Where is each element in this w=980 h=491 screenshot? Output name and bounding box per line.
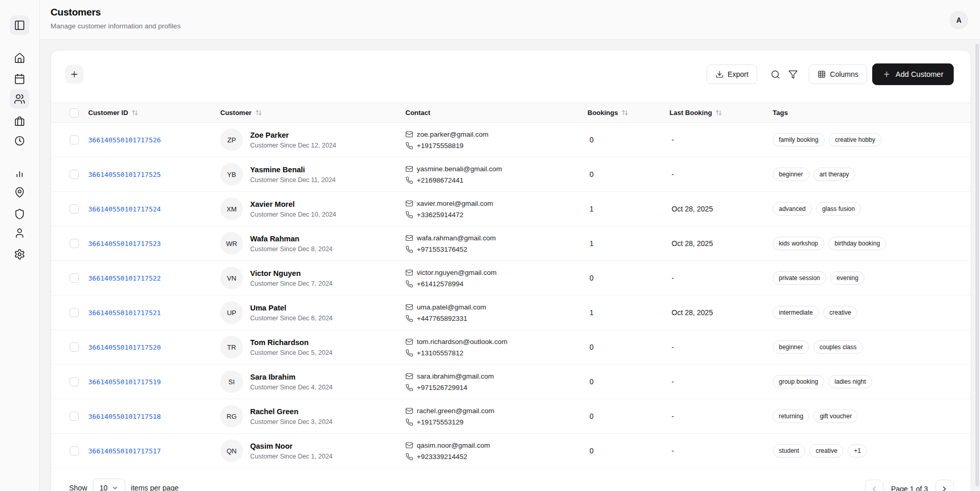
last-booking-date: - bbox=[669, 170, 674, 178]
customer-id-link[interactable]: 366140550101717520 bbox=[88, 343, 161, 351]
customer-avatar: VN bbox=[220, 267, 243, 289]
row-checkbox[interactable] bbox=[70, 412, 79, 421]
customer-phone: +33625914472 bbox=[417, 211, 463, 219]
sidebar-item-history[interactable] bbox=[10, 131, 29, 151]
row-checkbox[interactable] bbox=[70, 204, 79, 214]
customer-id-link[interactable]: 366140550101717522 bbox=[88, 274, 161, 282]
tags-cell: family bookingcreative hobby bbox=[773, 133, 971, 146]
last-booking-date: - bbox=[669, 378, 674, 386]
column-header-bookings[interactable]: Bookings bbox=[587, 109, 669, 117]
tag-pill: returning bbox=[773, 410, 809, 423]
customer-id-link[interactable]: 366140550101717517 bbox=[88, 447, 161, 455]
table-row[interactable]: 366140550101717526 ZP Zoe Parker Custome… bbox=[51, 123, 971, 157]
table-row[interactable]: 366140550101717518 RG Rachel Green Custo… bbox=[51, 399, 971, 434]
sidebar-item-locations[interactable] bbox=[10, 183, 29, 202]
customer-id-link[interactable]: 366140550101717523 bbox=[88, 240, 161, 248]
tag-pill: group booking bbox=[773, 375, 824, 388]
table-body: 366140550101717526 ZP Zoe Parker Custome… bbox=[51, 123, 971, 468]
row-checkbox[interactable] bbox=[70, 170, 79, 179]
sort-icon bbox=[715, 109, 722, 116]
tag-pill: kids workshop bbox=[773, 237, 824, 250]
chevron-left-icon bbox=[870, 485, 878, 491]
row-checkbox[interactable] bbox=[70, 239, 79, 248]
tags-cell: advancedglass fusion bbox=[773, 202, 971, 216]
columns-label: Columns bbox=[830, 70, 858, 78]
bookings-count: 1 bbox=[587, 205, 594, 213]
customer-phone: +61412578994 bbox=[417, 280, 463, 288]
column-header-customer-id[interactable]: Customer ID bbox=[88, 109, 220, 117]
sidebar-item-settings[interactable] bbox=[10, 244, 29, 264]
row-checkbox[interactable] bbox=[70, 273, 79, 283]
search-button[interactable] bbox=[767, 67, 783, 82]
select-all-checkbox[interactable] bbox=[70, 108, 79, 118]
customer-id-link[interactable]: 366140550101717526 bbox=[88, 136, 161, 144]
table-row[interactable]: 366140550101717524 XM Xavier Morel Custo… bbox=[51, 192, 971, 226]
sidebar-item-services[interactable] bbox=[10, 111, 29, 131]
customer-email: wafa.rahman@gmail.com bbox=[417, 234, 496, 242]
customer-id-link[interactable]: 366140550101717521 bbox=[88, 309, 161, 317]
sort-icon bbox=[622, 109, 628, 116]
customer-name: Victor Nguyen bbox=[250, 269, 333, 277]
page-size-value: 10 bbox=[100, 484, 108, 491]
page-size-select[interactable]: 10 bbox=[93, 479, 125, 491]
table-row[interactable]: 366140550101717520 TR Tom Richardson Cus… bbox=[51, 330, 971, 365]
tags-cell: beginnerart therapy bbox=[773, 168, 971, 181]
previous-page-button[interactable] bbox=[865, 480, 884, 491]
table-row[interactable]: 366140550101717523 WR Wafa Rahman Custom… bbox=[51, 226, 971, 261]
customer-id-link[interactable]: 366140550101717519 bbox=[88, 378, 161, 386]
customer-phone: +13105557812 bbox=[417, 349, 463, 357]
customer-avatar: RG bbox=[220, 405, 243, 428]
tag-pill: gift voucher bbox=[813, 410, 858, 423]
table-toolbar: Export Columns Add Customer bbox=[707, 63, 954, 86]
mail-icon bbox=[405, 407, 413, 415]
clock-icon bbox=[14, 135, 25, 146]
sidebar-item-calendar[interactable] bbox=[10, 69, 29, 89]
tag-pill: beginner bbox=[773, 168, 809, 181]
phone-icon bbox=[405, 418, 413, 426]
tag-pill: family booking bbox=[773, 133, 825, 146]
table-row[interactable]: 366140550101717517 QN Qasim Noor Custome… bbox=[51, 434, 971, 468]
row-checkbox[interactable] bbox=[70, 342, 79, 352]
add-customer-button[interactable]: Add Customer bbox=[872, 63, 954, 85]
customer-phone: +21698672441 bbox=[417, 176, 463, 184]
row-checkbox[interactable] bbox=[70, 446, 79, 455]
table-row[interactable]: 366140550101717525 YB Yasmine Benali Cus… bbox=[51, 157, 971, 192]
sidebar bbox=[0, 0, 40, 491]
column-header-last-booking[interactable]: Last Booking bbox=[669, 109, 773, 117]
row-checkbox[interactable] bbox=[70, 135, 79, 144]
table-row[interactable]: 366140550101717522 VN Victor Nguyen Cust… bbox=[51, 261, 971, 296]
add-quick-button[interactable] bbox=[65, 65, 84, 84]
export-button[interactable]: Export bbox=[707, 64, 757, 84]
filter-button[interactable] bbox=[785, 67, 801, 82]
tag-pill: creative bbox=[809, 444, 843, 457]
search-icon bbox=[771, 70, 780, 79]
sidebar-item-analytics[interactable] bbox=[10, 163, 29, 183]
sidebar-item-customers[interactable] bbox=[10, 89, 29, 109]
sidebar-item-account[interactable] bbox=[10, 223, 29, 243]
sidebar-item-home[interactable] bbox=[10, 48, 29, 68]
row-checkbox[interactable] bbox=[70, 308, 79, 317]
customer-since: Customer Since Dec 6, 2024 bbox=[250, 315, 333, 322]
next-page-button[interactable] bbox=[935, 480, 954, 491]
phone-icon bbox=[405, 315, 413, 322]
sidebar-item-security[interactable] bbox=[10, 204, 29, 224]
show-label: Show bbox=[69, 484, 87, 491]
customer-id-link[interactable]: 366140550101717524 bbox=[88, 205, 161, 213]
customer-avatar: TR bbox=[220, 336, 243, 358]
scrollbar-thumb[interactable] bbox=[975, 44, 979, 486]
sidebar-toggle-button[interactable] bbox=[10, 15, 29, 35]
customer-email: tom.richardson@outlook.com bbox=[417, 338, 508, 346]
plus-icon bbox=[70, 70, 79, 79]
table-row[interactable]: 366140550101717521 UP Uma Patel Customer… bbox=[51, 296, 971, 330]
table-row[interactable]: 366140550101717519 SI Sara Ibrahim Custo… bbox=[51, 365, 971, 399]
customer-id-link[interactable]: 366140550101717525 bbox=[88, 171, 161, 178]
customer-id-link[interactable]: 366140550101717518 bbox=[88, 413, 161, 420]
mail-icon bbox=[405, 372, 413, 380]
row-checkbox[interactable] bbox=[70, 377, 79, 386]
calendar-icon bbox=[14, 73, 25, 85]
column-header-customer[interactable]: Customer bbox=[220, 109, 405, 117]
customer-name: Wafa Rahman bbox=[250, 235, 333, 243]
columns-button[interactable]: Columns bbox=[809, 64, 867, 84]
user-avatar[interactable]: A bbox=[950, 11, 968, 29]
shield-icon bbox=[14, 208, 25, 220]
